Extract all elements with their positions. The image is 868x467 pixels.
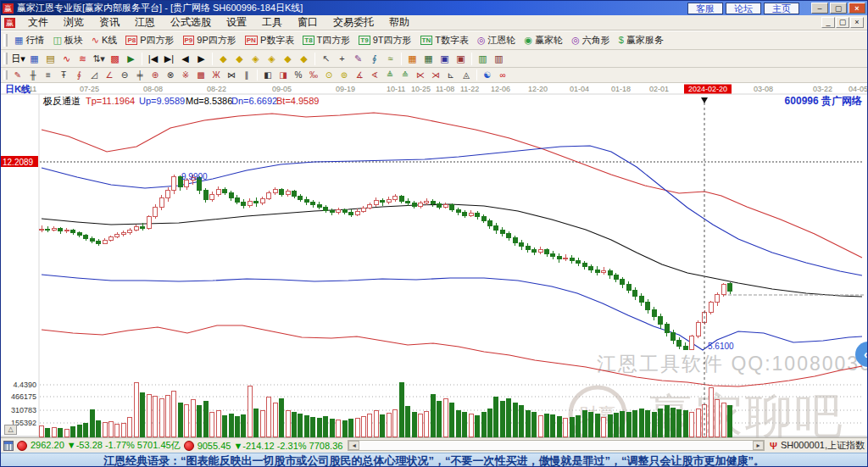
maximize-button[interactable]: ▢	[830, 3, 847, 14]
tool-calendar-tool[interactable]: ▦	[404, 52, 420, 66]
volume-pane-expand-button[interactable]: △	[4, 425, 17, 435]
tool-trend-tool-1[interactable]: ∿	[58, 52, 75, 66]
tool-draw-triangle[interactable]: ◿	[86, 69, 102, 81]
date-tick-label: 11-08	[436, 85, 454, 93]
toolbar-button-p-number-table[interactable]: PNP数字表	[241, 33, 298, 47]
tool-draw-est[interactable]: ≙	[398, 69, 413, 81]
mdi-restore-button[interactable]: ▢	[836, 17, 849, 28]
tool-draw-hlines[interactable]: ≡	[41, 69, 56, 81]
toolbar-button-t-number-table[interactable]: TNT数字表	[416, 33, 473, 47]
tool-zoom-diamond-3[interactable]: ◈	[248, 52, 264, 66]
tool-last-page[interactable]: ▶|	[161, 52, 177, 66]
tool-draw-rtimes[interactable]: ⋊	[428, 69, 443, 81]
quotes-grid-icon[interactable]	[3, 441, 14, 451]
tool-save-chart[interactable]: ▣	[437, 52, 453, 66]
toolbar-button-winner-service[interactable]: $赢家服务	[615, 33, 668, 47]
tool-draw-target2[interactable]: ⊚	[337, 69, 352, 81]
tool-color-flag-tool[interactable]: ▶	[123, 52, 139, 66]
tool-draw-box-left[interactable]: ◧	[260, 69, 275, 81]
tool-crosshair-tool[interactable]: +	[334, 52, 350, 66]
tool-candle-style-dropdown[interactable]: ⇅▾	[91, 52, 107, 66]
tool-calculator-tool[interactable]: ▦	[420, 52, 437, 66]
titlebar-button-forum[interactable]: 论坛	[726, 3, 761, 14]
tool-first-page[interactable]: |◀	[145, 52, 161, 66]
tool-zoom-diamond-5[interactable]: ◆	[280, 52, 296, 66]
tool-draw-target[interactable]: ⊙	[321, 69, 337, 81]
toolbar-button-winner-wheel[interactable]: ◉赢家轮	[520, 33, 568, 47]
titlebar-button-homepage[interactable]: 主页	[764, 3, 799, 14]
tool-draw-grid2[interactable]: ╪	[132, 69, 147, 81]
menu-item-文件[interactable]: 文件	[20, 14, 56, 31]
tool-gann-tool[interactable]: ∮	[366, 52, 382, 66]
titlebar-button-customer-service[interactable]: 客服	[687, 3, 723, 14]
menu-item-交易委托[interactable]: 交易委托	[326, 14, 381, 31]
scroll-right-arrow[interactable]: ▸	[753, 441, 764, 450]
minimize-button[interactable]: –	[811, 3, 828, 14]
tool-draw-gann-grid[interactable]: ╫	[25, 69, 41, 81]
tool-draw-flag[interactable]: Ŧ	[56, 69, 71, 81]
horizontal-scrollbar[interactable]: ◂ ▸	[348, 440, 765, 451]
tool-red-grid-tool[interactable]: ▩	[107, 52, 123, 66]
tool-draw-permille[interactable]: ‰	[306, 69, 321, 81]
tool-draw-spiral[interactable]: ∮	[71, 69, 86, 81]
tool-prev-bar[interactable]: ◀	[177, 52, 193, 66]
tool-draw-angle3[interactable]: ∢	[367, 69, 382, 81]
tool-draw-percent[interactable]: %	[291, 69, 306, 81]
tool-wave-tool[interactable]: ≈	[382, 52, 398, 66]
tool-draw-shade[interactable]: ▩	[193, 69, 209, 81]
toolbar-button-t-square[interactable]: T8T四方形	[298, 33, 354, 47]
tool-info-board[interactable]: ▤	[42, 52, 58, 66]
tool-draw-angle[interactable]: ∠	[102, 69, 117, 81]
scroll-left-arrow[interactable]: ◂	[348, 441, 359, 450]
mdi-minimize-button[interactable]: _	[821, 17, 835, 28]
tool-draw-circle-x[interactable]: ⊗	[163, 69, 178, 81]
tool-draw-circle-minus[interactable]: ⊖	[117, 69, 132, 81]
toolbar-button-t9-square[interactable]: T99T四方形	[354, 33, 415, 47]
tool-draw-parallel[interactable]: ∥	[239, 69, 254, 81]
tool-period-day-dropdown[interactable]: 日▾	[10, 52, 26, 66]
toolbar-button-kline[interactable]: ∿K线	[87, 33, 122, 47]
tool-infinity-tool[interactable]: ∞	[495, 69, 510, 81]
tool-draw-pen[interactable]: ✎	[10, 69, 25, 81]
tool-taiji-tool[interactable]: ☯	[480, 69, 495, 81]
toolbar-button-p9-square[interactable]: P99P四方形	[179, 33, 241, 47]
tool-save-disk[interactable]: ▣	[453, 52, 469, 66]
tool-pen-tool[interactable]: ✎	[350, 52, 366, 66]
tool-trend-tool-2[interactable]: ≋	[75, 52, 91, 66]
tool-draw-delta-eq[interactable]: ≜	[382, 69, 398, 81]
tool-draw-perp[interactable]: ⊾	[443, 69, 459, 81]
tool-zoom-diamond-2[interactable]: ◆	[231, 52, 248, 66]
close-button[interactable]: ×	[849, 3, 865, 14]
tool-draw-ltimes[interactable]: ⋉	[413, 69, 428, 81]
tool-draw-angle2[interactable]: ∡	[352, 69, 367, 81]
tool-draw-tri2[interactable]: ◬	[459, 69, 474, 81]
tool-hand-tool[interactable]: ↖	[318, 52, 334, 66]
menu-item-公式选股[interactable]: 公式选股	[163, 14, 219, 31]
toolbar-button-hexagon[interactable]: ◎六角形	[567, 33, 615, 47]
tool-export-tool[interactable]: ▥	[475, 52, 491, 66]
menu-item-帮助[interactable]: 帮助	[381, 14, 417, 31]
menu-item-江恩[interactable]: 江恩	[127, 14, 163, 31]
chart-canvas[interactable]: 江恩工具软件 QQ:100800360赢家聊吧财赢07-1107-2508-08…	[1, 83, 868, 437]
tool-draw-ref-mark[interactable]: ※	[178, 69, 193, 81]
tool-zoom-diamond-6[interactable]: ◆	[296, 52, 312, 66]
mdi-close-button[interactable]: ×	[850, 17, 864, 28]
menu-item-浏览[interactable]: 浏览	[56, 14, 92, 31]
tool-draw-bowtie[interactable]: ⋈	[224, 69, 239, 81]
toolbar-button-gann-wheel[interactable]: ◎江恩轮	[473, 33, 520, 47]
toolbar-button-p-square[interactable]: P8P四方形	[121, 33, 178, 47]
tool-draw-cycle[interactable]: Ж	[209, 69, 224, 81]
tool-chart-window[interactable]: ▦	[26, 52, 42, 66]
toolbar-button-sectors[interactable]: ◫板块	[48, 33, 86, 47]
tool-zoom-diamond-1[interactable]: ◆	[215, 52, 231, 66]
menu-item-资讯[interactable]: 资讯	[92, 14, 127, 31]
menu-item-设置[interactable]: 设置	[219, 14, 254, 31]
tool-draw-box-right[interactable]: ◨	[275, 69, 291, 81]
menu-item-窗口[interactable]: 窗口	[290, 14, 326, 31]
tool-import-tool[interactable]: ▥	[491, 52, 507, 66]
toolbar-button-quotes[interactable]: ▦行情	[10, 33, 48, 47]
tool-zoom-diamond-4[interactable]: ◈	[264, 52, 280, 66]
menu-item-工具[interactable]: 工具	[254, 14, 290, 31]
tool-draw-circle-plus[interactable]: ⊕	[147, 69, 163, 81]
tool-next-bar[interactable]: ▶	[193, 52, 209, 66]
